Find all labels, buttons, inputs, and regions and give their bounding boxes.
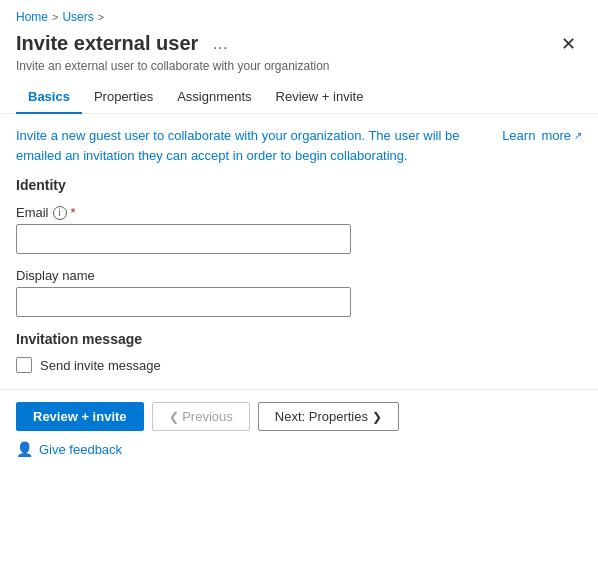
display-name-field-group: Display name [16,268,582,317]
breadcrumb: Home > Users > [0,0,598,30]
page-title: Invite external user [16,32,198,55]
email-label-text: Email [16,205,49,220]
learn-more-link[interactable]: Learn more ↗ [502,126,582,146]
breadcrumb-sep2: > [98,11,104,23]
invitation-message-title: Invitation message [16,331,582,347]
breadcrumb-home[interactable]: Home [16,10,48,24]
email-info-icon[interactable]: i [53,206,67,220]
info-banner-message: Invite a new guest user to collaborate w… [16,128,459,163]
email-required-mark: * [71,205,76,220]
tab-assignments[interactable]: Assignments [165,81,263,114]
page-subtitle: Invite an external user to collaborate w… [0,59,598,81]
ellipsis-button[interactable]: … [206,33,234,55]
invitation-message-section: Invitation message Send invite message [0,331,598,373]
learn-more-section: Learn more ↗ [502,126,582,146]
display-name-input[interactable] [16,287,351,317]
email-input[interactable] [16,224,351,254]
give-feedback-section: 👤 Give feedback [16,441,582,465]
identity-section-title: Identity [16,177,582,193]
info-banner-text: Invite a new guest user to collaborate w… [16,126,490,165]
give-feedback-link[interactable]: Give feedback [39,442,122,457]
display-name-label-text: Display name [16,268,95,283]
close-button[interactable]: ✕ [555,33,582,55]
send-invite-checkbox[interactable] [16,357,32,373]
next-label: Next: Properties [275,409,368,424]
tabs-bar: Basics Properties Assignments Review + i… [0,81,598,114]
breadcrumb-users[interactable]: Users [62,10,93,24]
send-invite-label[interactable]: Send invite message [40,358,161,373]
display-name-label: Display name [16,268,582,283]
next-chevron-icon: ❯ [372,410,382,424]
footer: Review + invite ❮ Previous Next: Propert… [0,390,598,465]
previous-chevron-icon: ❮ [169,410,179,424]
email-label: Email i * [16,205,582,220]
email-field-group: Email i * [16,205,582,254]
feedback-icon: 👤 [16,441,33,457]
previous-button[interactable]: ❮ Previous [152,402,250,431]
send-invite-row: Send invite message [16,357,582,373]
external-link-icon: ↗ [574,128,582,143]
info-banner: Invite a new guest user to collaborate w… [0,114,598,173]
review-invite-button[interactable]: Review + invite [16,402,144,431]
breadcrumb-sep1: > [52,11,58,23]
tab-review-invite[interactable]: Review + invite [264,81,376,114]
footer-buttons: Review + invite ❮ Previous Next: Propert… [16,402,582,431]
tab-properties[interactable]: Properties [82,81,165,114]
previous-label: Previous [182,409,233,424]
next-button[interactable]: Next: Properties ❯ [258,402,399,431]
identity-section: Identity Email i * Display name [0,173,598,317]
page-header: Invite external user … ✕ [0,30,598,59]
tab-basics[interactable]: Basics [16,81,82,114]
